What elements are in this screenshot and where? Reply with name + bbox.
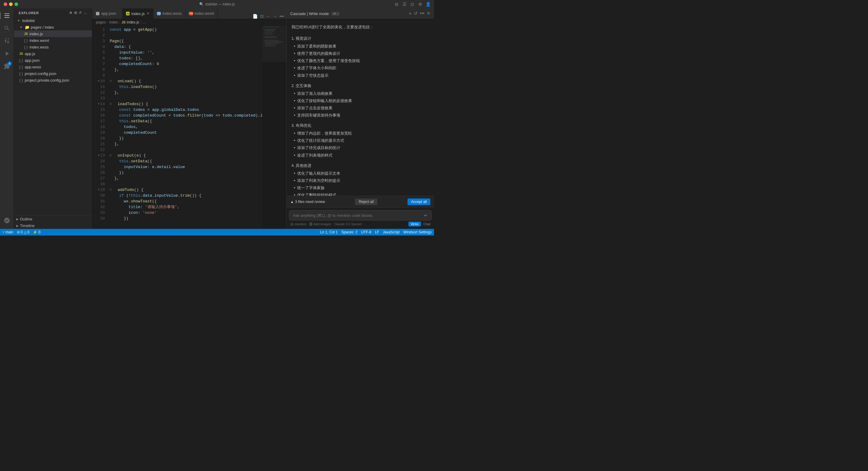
bullet-dot: • (294, 192, 296, 196)
tab-app-json[interactable]: { } app.json (92, 8, 122, 19)
chat-bullet-4-1: • 优化了输入框的提示文本 (291, 170, 429, 177)
ellipsis-icon[interactable]: … (84, 11, 87, 15)
wxss-file-icon: { } (24, 45, 28, 49)
tree-file-index-wxml[interactable]: { } index.wxml (14, 37, 92, 44)
breadcrumb-indexjs[interactable]: index.js (127, 20, 139, 24)
folder-icon: 📁 (25, 25, 30, 30)
bullet-dot: • (294, 65, 296, 71)
code-editor[interactable]: 1 2 3 4 5 6 7 8 9 ▼10 11 12 13 ▼14 15 16 (92, 26, 286, 229)
code-line-19: completedCount (110, 130, 262, 136)
section-4-number: 4. (291, 163, 295, 168)
tree-file-app-wxss[interactable]: { } app.wxss (14, 64, 92, 70)
chat-input-field[interactable] (293, 213, 422, 218)
settings-icon[interactable]: ⚙ (418, 2, 423, 7)
timeline-section[interactable]: ▶ Timeline (14, 222, 92, 229)
tab-close-index-js[interactable]: ✕ (147, 11, 150, 16)
activity-run[interactable] (1, 47, 13, 60)
send-icon[interactable]: ↵ (424, 213, 428, 218)
bullet-text-1-5: 添加了空状态提示 (297, 72, 329, 79)
new-file-icon[interactable]: ⊕ (69, 11, 72, 15)
tab-index-js[interactable]: JS index.js ✕ (122, 8, 153, 19)
code-line-21: }, (110, 141, 262, 147)
breadcrumb-index[interactable]: index (110, 20, 118, 24)
svg-rect-15 (262, 26, 286, 62)
chat-bullet-2-3: • 添加了点击反馈效果 (291, 105, 429, 111)
outline-section[interactable]: ▶ Outline (14, 215, 92, 222)
chat-add-icon[interactable]: + (409, 11, 411, 16)
activity-remote[interactable] (1, 214, 13, 227)
model-action[interactable]: Claude 3.5 Sonnet (334, 222, 361, 226)
activity-search[interactable] (1, 22, 13, 34)
close-button[interactable] (4, 2, 7, 6)
activity-extensions[interactable]: 4 (1, 60, 13, 72)
bullet-dot: • (294, 170, 296, 177)
search-title-icon: 🔍 (199, 2, 204, 6)
chat-section-2-title: 2. 交互体验 (291, 82, 429, 89)
status-ports[interactable]: ⚡ 0 (33, 230, 40, 234)
bullet-text-4-3: 统一了字体家族 (297, 184, 324, 191)
chat-mode-label[interactable]: Chat (424, 222, 430, 226)
tree-root[interactable]: ▼ todolist (14, 17, 92, 24)
refresh-icon[interactable]: ↺ (79, 11, 82, 15)
new-tab-icon[interactable]: 📄 (253, 14, 258, 19)
chat-body: 我已经对UI进行了全面的美化，主要改进包括： 1. 视觉设计 • 添加了柔和的阴… (287, 19, 434, 196)
panel-icon[interactable]: ☰ (402, 2, 407, 7)
breadcrumb-pages[interactable]: pages (96, 20, 106, 24)
activity-source-control[interactable] (1, 35, 13, 47)
status-position[interactable]: Ln 1, Col 1 (320, 230, 338, 234)
status-encoding[interactable]: UTF-8 (361, 230, 371, 234)
activity-files[interactable] (1, 10, 13, 22)
minimize-button[interactable] (9, 2, 13, 6)
status-spaces[interactable]: Spaces: 2 (341, 230, 358, 234)
status-errors[interactable]: ⊘ 0 △ 0 (17, 230, 29, 234)
layout-icon[interactable]: ⊟ (394, 2, 399, 7)
bullet-text-3-4: 改进了列表项的样式 (297, 152, 333, 159)
nav-back-icon[interactable]: ← (266, 14, 270, 19)
tree-file-app-json[interactable]: { } app.json (14, 57, 92, 64)
mention-action[interactable]: @ mention (290, 222, 306, 226)
spaces-label: Spaces: 2 (341, 230, 358, 234)
file-index-wxml-label: index.wxml (30, 38, 49, 43)
code-line-5: inputValue: '', (110, 50, 262, 56)
status-language[interactable]: JavaScript (383, 230, 400, 234)
tab-index-wxss[interactable]: CSS index.wxss (153, 8, 186, 19)
tree-file-app-js[interactable]: JS app.js (14, 50, 92, 57)
chat-close-icon[interactable]: ✕ (427, 11, 430, 16)
split-editor-icon[interactable]: ⊡ (260, 14, 264, 19)
status-eol[interactable]: LF (375, 230, 379, 234)
write-button[interactable]: Write (408, 222, 421, 227)
bullet-dot: • (294, 112, 296, 119)
chat-more-icon[interactable]: ••• (420, 11, 424, 16)
nav-forward-icon[interactable]: → (273, 14, 277, 19)
maximize-button[interactable] (14, 2, 18, 6)
section-2-title-text: 交互体验 (296, 83, 311, 88)
breadcrumb-sep-1: › (107, 20, 108, 24)
new-folder-icon[interactable]: ⊞ (74, 11, 77, 15)
add-images-action[interactable]: 🖼 Add images (309, 222, 331, 226)
tree-file-project-config[interactable]: { } project.config.json (14, 70, 92, 77)
tree-file-index-wxss[interactable]: { } index.wxss (14, 44, 92, 50)
status-git[interactable]: ⑂ main (2, 230, 13, 234)
bullet-text-1-4: 改进了字体大小和间距 (297, 65, 336, 71)
more-actions-icon[interactable]: ••• (279, 14, 284, 19)
tree-file-project-private-config[interactable]: { } project.private.config.json (14, 77, 92, 83)
review-collapse-icon[interactable]: ▲ (290, 200, 294, 204)
reject-all-button[interactable]: Reject all (355, 198, 377, 205)
file-app-js-label: app.js (25, 52, 35, 56)
status-settings[interactable]: Windsort Settings (403, 230, 432, 234)
tree-file-index-js[interactable]: JS index.js (14, 30, 92, 37)
tree-folder-pages-index[interactable]: ▼ 📁 pages / index (14, 24, 92, 30)
accept-all-button[interactable]: Accept all (407, 198, 430, 205)
chevron-down-folder-icon: ▼ (19, 26, 24, 29)
account-icon[interactable]: 👤 (426, 2, 430, 7)
review-files-text: 3 files need review (295, 200, 325, 204)
chat-bullet-1-3: • 优化了颜色方案，使用了渐变色按钮 (291, 58, 429, 64)
code-content[interactable]: const app = getApp() Page({ data: { inpu… (107, 26, 262, 229)
split-icon[interactable]: ⊡ (410, 2, 415, 7)
bullet-text-3-3: 添加了待完成目标的统计 (297, 144, 340, 151)
traffic-lights[interactable] (4, 2, 18, 6)
chat-history-icon[interactable]: ↺ (414, 11, 417, 16)
activity-bottom (1, 214, 13, 229)
ports-icon: ⚡ (33, 230, 37, 234)
tab-index-wxml[interactable]: HTM index.wxml (186, 8, 218, 19)
